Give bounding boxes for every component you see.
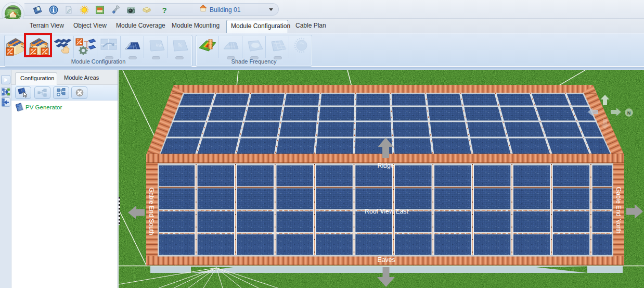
svg-text:kW: kW	[156, 43, 162, 48]
svg-text:?: ?	[162, 6, 166, 15]
svg-text:Roof View East: Roof View East	[365, 208, 408, 215]
svg-text:Gable End North: Gable End North	[615, 187, 622, 233]
svg-text:Gable End South: Gable End South	[148, 187, 155, 235]
svg-text:%: %	[177, 42, 183, 48]
svg-text:N: N	[627, 110, 631, 116]
svg-text:Eaves: Eaves	[378, 256, 395, 264]
svg-text:Ridge: Ridge	[378, 162, 394, 169]
